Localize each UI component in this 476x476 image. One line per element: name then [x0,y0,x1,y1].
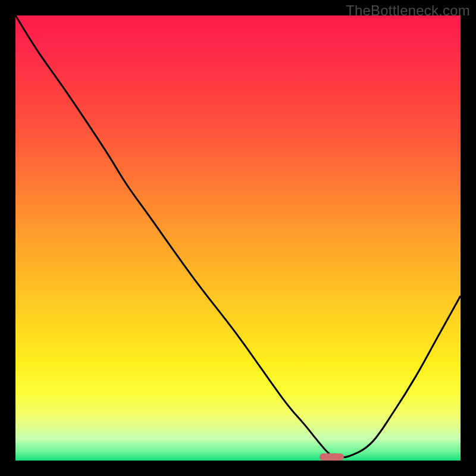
plot-area [15,15,461,461]
optimal-point-marker [320,453,344,461]
bottleneck-curve [15,15,461,461]
curve-path [15,15,461,458]
chart-frame: TheBottleneck.com [0,0,476,476]
